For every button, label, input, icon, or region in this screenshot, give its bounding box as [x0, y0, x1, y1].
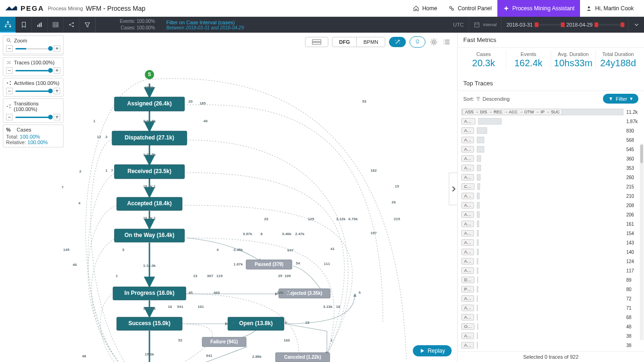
- svg-text:In Progress  (16.0k): In Progress (16.0k): [124, 290, 174, 296]
- traces-list[interactable]: ASS → DIS → REC → ACC → OTW → IP → SUC11…: [458, 106, 644, 351]
- svg-text:3.12k: 3.12k: [336, 217, 346, 221]
- replay-button[interactable]: Replay: [413, 345, 452, 356]
- process-map-canvas[interactable]: Metrics Count▾ Traces (100.00%) −+ Activ…: [0, 33, 457, 362]
- trace-row[interactable]: A…154: [461, 229, 640, 238]
- trace-path: A…: [461, 258, 474, 265]
- dfg-tab[interactable]: DFG: [333, 37, 356, 47]
- trace-row[interactable]: A…38: [461, 331, 640, 341]
- nav-home[interactable]: Home: [407, 0, 443, 17]
- trace-count: 568: [626, 138, 640, 143]
- trace-bar: [477, 305, 623, 311]
- brand-text: PEGA: [21, 4, 44, 12]
- svg-text:Success  (15.0k): Success (15.0k): [128, 320, 170, 327]
- tool-filter[interactable]: [79, 17, 95, 33]
- trace-row[interactable]: P…80: [461, 285, 640, 294]
- svg-point-28: [444, 43, 445, 44]
- metric-cell: Avg. Duration10hs33m: [551, 50, 595, 70]
- trace-bar: [477, 174, 623, 181]
- svg-text:1: 1: [116, 274, 118, 278]
- nav-user-menu[interactable]: Hi, Martin Cook: [580, 0, 639, 17]
- sort-dropdown[interactable]: Sort: Descending: [463, 96, 510, 102]
- trace-row[interactable]: A…161: [461, 219, 640, 229]
- tool-process-map[interactable]: [0, 17, 16, 33]
- legend-button[interactable]: [442, 37, 452, 47]
- date-range-slider[interactable]: [536, 24, 564, 26]
- collapse-right-pane[interactable]: [449, 173, 457, 205]
- interval-picker[interactable]: Interval: [468, 17, 502, 33]
- zoom-panel: Zoom −+: [3, 35, 64, 54]
- process-graph[interactable]: SEAssigned (26.4k)Dispatched (27.1k)Rece…: [0, 33, 457, 362]
- svg-text:119: 119: [216, 274, 223, 278]
- trace-row[interactable]: A…143: [461, 238, 640, 247]
- trace-path: A…: [461, 305, 474, 311]
- toolbar-expand[interactable]: [628, 17, 644, 33]
- tool-table[interactable]: [48, 17, 64, 33]
- trace-row[interactable]: A…117: [461, 266, 640, 275]
- trace-row[interactable]: A…360: [461, 154, 640, 163]
- date-range-display[interactable]: 2018-03-31 2018-04-29: [501, 17, 628, 33]
- trace-row[interactable]: A…72: [461, 294, 640, 303]
- hint-button[interactable]: [410, 36, 425, 48]
- svg-text:41: 41: [331, 247, 335, 251]
- tool-variants[interactable]: [16, 17, 32, 33]
- svg-text:46: 46: [73, 263, 77, 267]
- auto-layout-button[interactable]: [389, 37, 406, 47]
- trace-row[interactable]: A…71: [461, 303, 640, 313]
- trace-bar: [477, 323, 623, 330]
- svg-text:On the Way  (16.4k): On the Way (16.4k): [125, 232, 175, 238]
- settings-button[interactable]: [429, 37, 439, 47]
- traces-filter-button[interactable]: Filter ▾: [603, 94, 638, 104]
- trace-row[interactable]: ASS →…1.87k: [461, 117, 640, 126]
- chevron-down-icon: [634, 22, 639, 28]
- scrollbar[interactable]: [640, 144, 644, 340]
- metric-value: 24y188d: [598, 58, 638, 69]
- tool-analytics[interactable]: [32, 17, 48, 33]
- trace-row[interactable]: A…38: [461, 341, 640, 350]
- trace-row[interactable]: A…210: [461, 191, 640, 201]
- svg-text:Received  (23.5k): Received (23.5k): [127, 168, 171, 174]
- trace-row[interactable]: ASS → DIS → REC → ACC → OTW → IP → SUC11…: [461, 107, 640, 117]
- trace-row[interactable]: O…48: [461, 322, 640, 331]
- sitemap-icon: [4, 21, 12, 28]
- zoom-out[interactable]: −: [6, 45, 13, 52]
- trace-row[interactable]: C…215: [461, 182, 640, 191]
- trace-row[interactable]: A…208: [461, 201, 640, 210]
- funnel-small-icon: [609, 97, 613, 101]
- date-range-slider-2[interactable]: [595, 24, 623, 26]
- trace-row[interactable]: A…353: [461, 163, 640, 173]
- trace-row[interactable]: A…830: [461, 126, 640, 135]
- trace-path: A…: [461, 127, 474, 134]
- trace-row[interactable]: D…89: [461, 275, 640, 285]
- svg-rect-21: [312, 40, 321, 42]
- trace-row[interactable]: A…568: [461, 135, 640, 145]
- svg-text:48: 48: [82, 354, 86, 358]
- trace-row[interactable]: A…206: [461, 210, 640, 219]
- active-filter-chip[interactable]: Filter on Case Interval (cases) Between …: [161, 17, 249, 33]
- trace-row[interactable]: A…260: [461, 173, 640, 182]
- nav-control-panel[interactable]: Control Panel: [443, 0, 497, 17]
- date-to: 2018-04-29: [566, 22, 593, 28]
- right-panel: Fast Metrics Cases20.3kEvents162.4kAvg. …: [457, 33, 644, 362]
- svg-point-12: [72, 26, 74, 27]
- trace-row[interactable]: A…124: [461, 257, 640, 266]
- nav-assistant[interactable]: Process Mining Assistant: [497, 0, 580, 17]
- trace-row[interactable]: A…545: [461, 145, 640, 154]
- trace-bar: [478, 118, 623, 125]
- calendar-icon: [474, 21, 480, 28]
- svg-text:26: 26: [392, 200, 396, 204]
- svg-point-1: [452, 8, 453, 10]
- trace-row[interactable]: A…68: [461, 313, 640, 322]
- breadcrumb-module: Process Mining: [48, 6, 83, 11]
- tool-share[interactable]: [64, 17, 79, 33]
- swimlane-toggle[interactable]: [305, 37, 328, 47]
- trace-path: ASS →…: [461, 118, 475, 125]
- trace-bar: [477, 267, 623, 274]
- svg-text:3:22.9k: 3:22.9k: [143, 119, 156, 123]
- zoom-in[interactable]: +: [54, 45, 60, 52]
- view-toolbar: Events: 100.00% Cases: 100.00% Filter on…: [0, 17, 644, 33]
- bpmn-tab[interactable]: BPMN: [356, 37, 385, 47]
- trace-row[interactable]: A…140: [461, 247, 640, 257]
- trace-bar: [477, 258, 623, 265]
- trace-bar: [477, 137, 623, 143]
- zoom-slider[interactable]: [15, 48, 51, 49]
